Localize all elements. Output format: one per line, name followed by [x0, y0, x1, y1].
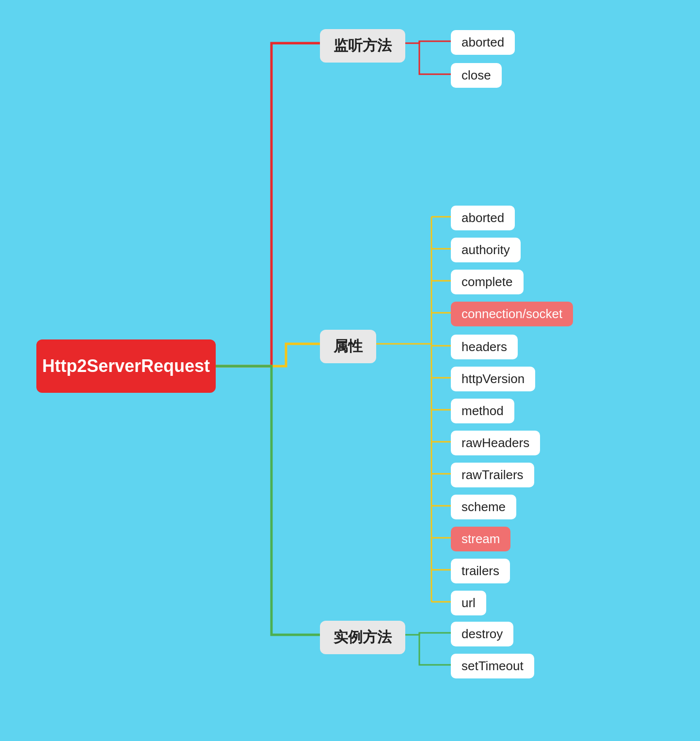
category-instance: 实例方法: [320, 621, 405, 654]
leaf-complete: complete: [451, 270, 524, 294]
category-props: 属性: [320, 330, 376, 363]
category-listen: 监听方法: [320, 29, 405, 63]
category-props-label: 属性: [334, 337, 363, 356]
leaf-raw-headers: rawHeaders: [451, 431, 540, 455]
category-listen-label: 监听方法: [334, 36, 392, 56]
leaf-headers: headers: [451, 335, 518, 359]
category-instance-label: 实例方法: [334, 628, 392, 647]
leaf-url: url: [451, 591, 486, 615]
leaf-authority: authority: [451, 238, 521, 262]
leaf-scheme: scheme: [451, 495, 516, 519]
leaf-aborted-listen: aborted: [451, 30, 515, 55]
diagram-container: Http2ServerRequest 监听方法 属性 实例方法 aborted …: [0, 0, 700, 741]
main-node: Http2ServerRequest: [36, 339, 216, 393]
leaf-set-timeout: setTimeout: [451, 654, 534, 678]
main-node-label: Http2ServerRequest: [42, 356, 210, 376]
leaf-destroy: destroy: [451, 622, 513, 646]
leaf-stream: stream: [451, 527, 510, 551]
leaf-close: close: [451, 63, 502, 88]
leaf-raw-trailers: rawTrailers: [451, 463, 534, 487]
leaf-method: method: [451, 399, 514, 423]
leaf-http-version: httpVersion: [451, 367, 535, 391]
leaf-aborted-props: aborted: [451, 206, 515, 230]
leaf-trailers: trailers: [451, 559, 510, 583]
leaf-connection-socket: connection/socket: [451, 302, 573, 326]
